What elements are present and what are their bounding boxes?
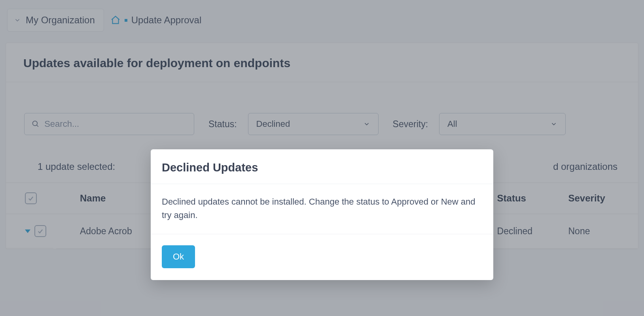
declined-updates-modal: Declined Updates Declined updates cannot…	[151, 149, 493, 280]
modal-header: Declined Updates	[151, 149, 493, 184]
modal-body: Declined updates cannot be installed. Ch…	[151, 184, 493, 234]
modal-title: Declined Updates	[162, 161, 482, 174]
ok-button[interactable]: Ok	[162, 245, 195, 268]
modal-footer: Ok	[151, 234, 493, 280]
modal-overlay[interactable]: Declined Updates Declined updates cannot…	[0, 0, 644, 316]
